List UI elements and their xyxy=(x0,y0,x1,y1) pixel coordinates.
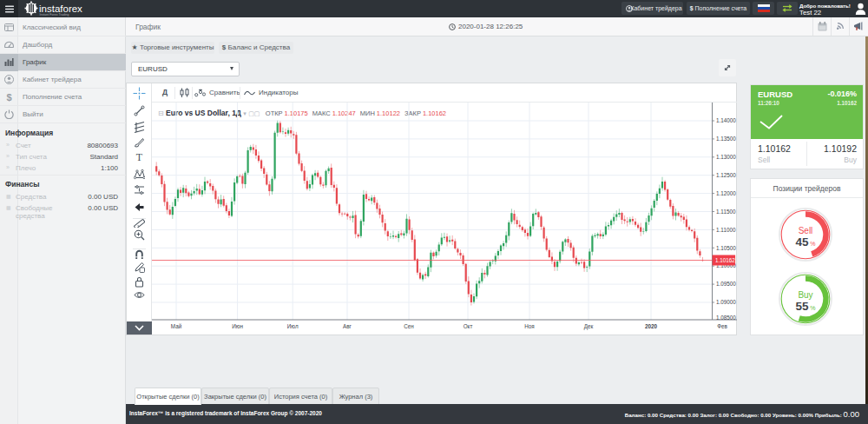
svg-text:1.10162: 1.10162 xyxy=(715,257,735,263)
svg-text:1.13500: 1.13500 xyxy=(716,136,736,142)
svg-text:$: $ xyxy=(6,92,11,102)
svg-text:Июн: Июн xyxy=(232,323,243,329)
svg-text:1.10500: 1.10500 xyxy=(716,245,736,251)
svg-text:1.13000: 1.13000 xyxy=(716,154,736,160)
svg-text:Авг: Авг xyxy=(343,323,352,329)
svg-text:1.14000: 1.14000 xyxy=(716,117,736,123)
svg-text:Окт: Окт xyxy=(464,323,473,329)
svg-text:Сен: Сен xyxy=(404,323,414,329)
svg-text:1.11000: 1.11000 xyxy=(716,227,736,233)
svg-text:Ноя: Ноя xyxy=(524,323,534,329)
svg-text:Июл: Июл xyxy=(287,323,299,329)
svg-text:Instant Forex Trading: Instant Forex Trading xyxy=(40,13,69,17)
svg-text:1.12000: 1.12000 xyxy=(716,190,736,196)
svg-text:1.12500: 1.12500 xyxy=(716,172,736,178)
svg-text:instaforex: instaforex xyxy=(39,3,82,14)
svg-text:1.08500: 1.08500 xyxy=(716,315,736,321)
svg-text:Фев: Фев xyxy=(717,323,727,329)
svg-text:Май: Май xyxy=(171,323,182,329)
svg-text:Дек: Дек xyxy=(584,323,594,330)
svg-text:2020: 2020 xyxy=(645,323,658,329)
svg-text:1.09500: 1.09500 xyxy=(716,281,736,287)
svg-text:1.11500: 1.11500 xyxy=(716,209,736,215)
svg-text:1.09000: 1.09000 xyxy=(716,299,736,305)
svg-text:T: T xyxy=(136,151,143,162)
